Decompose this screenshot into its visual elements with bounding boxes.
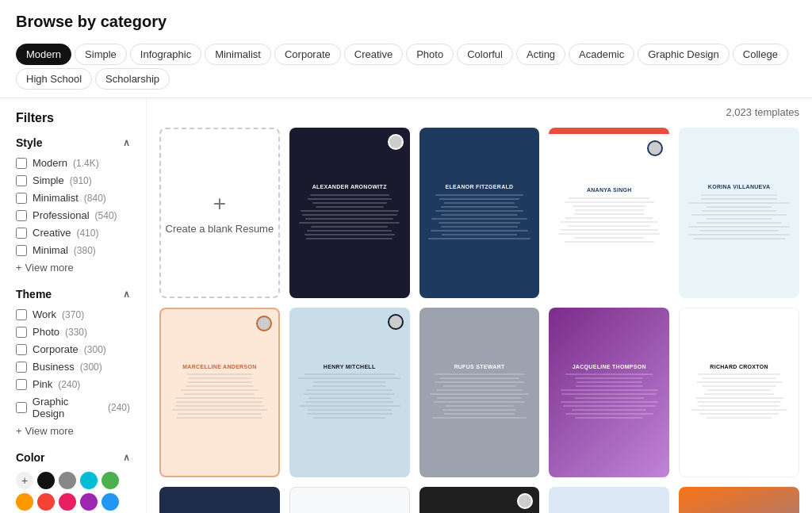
color-swatch-0[interactable]: + [16, 472, 33, 489]
template-content-line [302, 214, 397, 216]
theme-filter-item-pink[interactable]: Pink (240) [16, 378, 130, 390]
theme-checkbox[interactable] [16, 402, 27, 413]
theme-filter-item-corporate[interactable]: Corporate (300) [16, 343, 130, 355]
template-card-t12[interactable]: JACQUELINE THOMPSON [419, 487, 540, 513]
style-filter-item-modern[interactable]: Modern (1.4K) [16, 157, 130, 169]
template-content-line [696, 222, 783, 224]
style-filter-header[interactable]: Style ∧ [16, 136, 130, 149]
theme-filter-item-business[interactable]: Business (300) [16, 361, 130, 373]
template-card-t7[interactable]: RUFUS STEWART [419, 308, 540, 478]
category-tab-colorful[interactable]: Colorful [457, 44, 513, 65]
style-filter-item-professional[interactable]: Professional (540) [16, 209, 130, 221]
category-tab-photo[interactable]: Photo [406, 44, 454, 65]
theme-checkbox[interactable] [16, 344, 27, 355]
template-name-t4: KORINA VILLANUEVA [708, 184, 771, 190]
theme-checkbox[interactable] [16, 327, 27, 338]
template-content-line [431, 230, 528, 232]
category-tab-acting[interactable]: Acting [516, 44, 565, 65]
template-content-line [699, 230, 779, 232]
template-card-t13[interactable]: CLAUDIA ALVES [549, 487, 669, 513]
template-content-line [561, 229, 658, 231]
template-content-line [181, 389, 259, 391]
template-content-line [563, 405, 656, 407]
template-content-line [184, 393, 255, 395]
style-checkbox-minimalist[interactable] [16, 193, 27, 204]
theme-view-more[interactable]: + View more [16, 425, 130, 437]
template-content-line [187, 381, 252, 383]
template-content-line [430, 393, 529, 395]
create-blank-card[interactable]: + Create a blank Resume [159, 128, 280, 298]
template-content-line [445, 405, 515, 407]
template-card-t5[interactable]: MARCELLINE ANDERSON [159, 308, 280, 478]
template-card-t8[interactable]: JACQUELINE THOMPSON [549, 308, 669, 478]
category-tab-corporate[interactable]: Corporate [274, 44, 341, 65]
template-name-t2: ELEANOR FITZGERALD [446, 184, 514, 190]
category-tab-infographic[interactable]: Infographic [130, 44, 201, 65]
template-content-line [304, 373, 395, 375]
color-filter-header[interactable]: Color ∧ [16, 451, 130, 464]
style-filter-item-simple[interactable]: Simple (910) [16, 174, 130, 186]
category-tab-modern[interactable]: Modern [16, 44, 71, 65]
template-content-line [702, 210, 776, 212]
template-content-line [175, 405, 264, 407]
color-swatch-1[interactable] [37, 472, 55, 489]
style-filter-item-creative[interactable]: Creative (410) [16, 227, 130, 239]
theme-filter-header[interactable]: Theme ∧ [16, 288, 130, 301]
color-swatch-4[interactable] [102, 472, 119, 489]
template-photo-t6 [388, 314, 404, 330]
theme-checkbox[interactable] [16, 309, 27, 320]
create-blank-label: Create a blank Resume [166, 223, 274, 235]
category-tab-college[interactable]: College [733, 44, 788, 65]
style-checkbox-professional[interactable] [16, 210, 27, 221]
template-content-line [561, 389, 658, 391]
template-content-line [441, 206, 517, 208]
color-swatch-5[interactable] [16, 493, 33, 511]
template-card-t14[interactable]: SANJANA KAPUR [679, 487, 799, 513]
template-content-line [691, 214, 787, 216]
template-card-t4[interactable]: KORINA VILLANUEVA [679, 128, 799, 298]
color-swatch-9[interactable] [102, 493, 119, 511]
color-swatch-6[interactable] [37, 493, 55, 511]
style-checkbox-minimal[interactable] [16, 245, 27, 256]
template-card-t1[interactable]: ALEXANDER ARONOWITZ [289, 128, 410, 298]
theme-checkbox[interactable] [16, 379, 27, 390]
theme-checkbox[interactable] [16, 362, 27, 373]
style-filter-item-minimal[interactable]: Minimal (380) [16, 244, 130, 256]
style-filter-item-minimalist[interactable]: Minimalist (840) [16, 192, 130, 204]
template-content-line [688, 234, 789, 235]
color-swatch-8[interactable] [80, 493, 98, 511]
template-content-line [176, 417, 262, 419]
category-tab-minimalist[interactable]: Minimalist [205, 44, 271, 65]
template-card-t11[interactable]: JONATHAN PATTERSON [289, 487, 410, 513]
template-card-t9[interactable]: RICHARD CROXTON [679, 308, 799, 478]
color-swatch-3[interactable] [80, 472, 98, 489]
filters-title: Filters [16, 111, 130, 125]
theme-filter-item-work[interactable]: Work (370) [16, 308, 130, 320]
page-title: Browse by category [16, 13, 796, 31]
category-tab-graphic-design[interactable]: Graphic Design [638, 44, 730, 65]
color-swatch-7[interactable] [59, 493, 76, 511]
theme-filter-item-graphic-design[interactable]: Graphic Design (240) [16, 396, 130, 419]
template-card-t3[interactable]: ANANYA SINGH [549, 128, 669, 298]
template-content-line [188, 377, 251, 379]
template-content-line [437, 397, 522, 399]
template-content-line [558, 233, 660, 235]
category-tab-creative[interactable]: Creative [344, 44, 403, 65]
color-swatch-2[interactable] [59, 472, 76, 489]
category-tab-scholarship[interactable]: Scholarship [95, 68, 170, 90]
template-card-t6[interactable]: HENRY MITCHELL [289, 308, 410, 478]
template-content-line [688, 202, 789, 204]
style-checkbox-creative[interactable] [16, 228, 27, 239]
style-view-more[interactable]: + View more [16, 262, 130, 274]
template-card-t10[interactable]: MICHAEL ANDERSON [159, 487, 280, 513]
category-tab-academic[interactable]: Academic [569, 44, 634, 65]
style-checkbox-simple[interactable] [16, 175, 27, 186]
category-tab-simple[interactable]: Simple [75, 44, 127, 65]
theme-filter-item-photo[interactable]: Photo (330) [16, 326, 130, 338]
template-card-t2[interactable]: ELEANOR FITZGERALD [419, 128, 540, 298]
template-content-line [575, 397, 644, 399]
style-checkbox-modern[interactable] [16, 158, 27, 169]
category-tab-high-school[interactable]: High School [16, 68, 92, 90]
template-content-line [306, 238, 393, 239]
template-content-line [695, 397, 783, 399]
